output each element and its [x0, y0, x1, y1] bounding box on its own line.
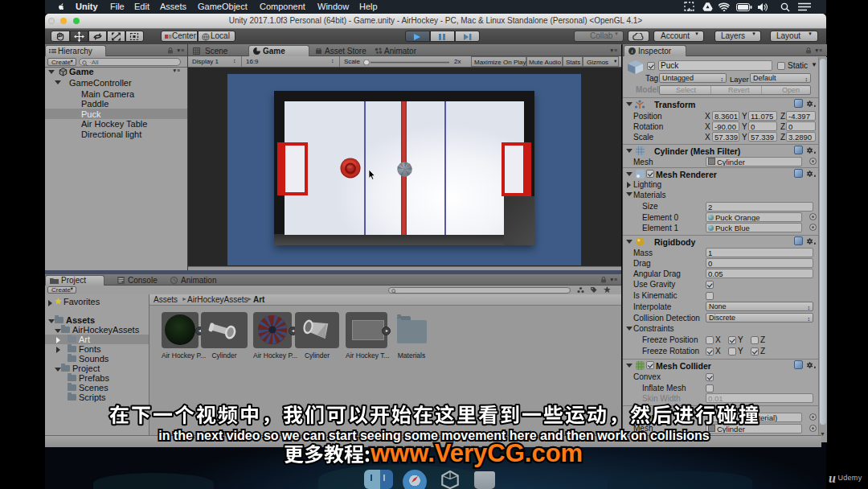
svg-text:i: i — [632, 48, 633, 55]
